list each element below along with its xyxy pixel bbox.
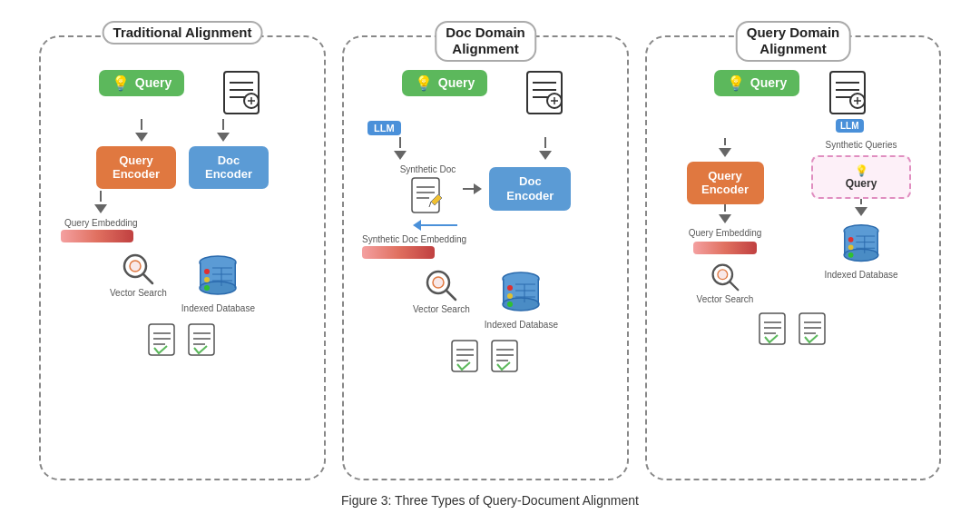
panel-query-domain: Query DomainAlignment 💡 Query — [645, 35, 941, 480]
query-domain-content: 💡 Query LLM — [660, 61, 926, 348]
doc-domain-llm-badge: LLM — [368, 121, 401, 135]
indexed-db-icon-traditional — [194, 252, 241, 302]
traditional-doc-encoder: Doc Encoder — [189, 146, 269, 189]
result-doc-1-traditional — [147, 322, 178, 359]
vector-search-icon-qd — [710, 262, 740, 292]
svg-rect-14 — [235, 262, 237, 288]
doc-domain-embed-label: Synthetic Doc Embedding — [362, 234, 614, 244]
qd-vector-label: Vector Search — [697, 294, 754, 304]
panel-query-domain-title: Query DomainAlignment — [736, 21, 851, 63]
result-doc-2-traditional — [187, 322, 218, 359]
svg-point-53 — [507, 302, 513, 307]
svg-point-52 — [507, 293, 513, 299]
traditional-db-label: Indexed Database — [181, 303, 255, 313]
query-domain-llm-badge: LLM — [836, 119, 864, 133]
traditional-vector-label: Vector Search — [110, 288, 167, 298]
svg-point-8 — [130, 261, 141, 272]
svg-point-51 — [507, 285, 513, 291]
svg-rect-13 — [200, 262, 201, 288]
svg-line-9 — [143, 274, 152, 283]
doc-domain-db-label: Indexed Database — [485, 320, 558, 330]
panel-traditional-title: Traditional Alignment — [103, 21, 263, 45]
doc-domain-query-label: Query — [438, 75, 475, 90]
svg-point-74 — [718, 270, 728, 280]
dd-arrow-left-embed — [413, 220, 421, 231]
doc-domain-query-box: 💡 Query — [402, 70, 487, 96]
doc-icon-doc-domain — [524, 70, 569, 117]
main-container: Traditional Alignment 💡 Query — [0, 17, 980, 489]
query-domain-query-encoder: Query Encoder — [687, 162, 764, 204]
svg-line-75 — [730, 282, 738, 290]
svg-point-15 — [204, 269, 210, 274]
svg-rect-79 — [844, 231, 845, 254]
svg-rect-50 — [538, 279, 540, 304]
doc-domain-content: 💡 Query — [357, 61, 614, 375]
qd-db-label: Indexed Database — [824, 270, 897, 280]
dd-arrow-doc-2 — [539, 151, 552, 160]
traditional-query-box: 💡 Query — [99, 70, 184, 96]
dd-arrow-1 — [399, 137, 401, 148]
doc-domain-result-docs — [450, 339, 521, 375]
arrow-qenc-down-1 — [100, 191, 102, 202]
result-doc-2-qd — [798, 311, 828, 348]
arrow-query-down-1 — [141, 119, 142, 130]
svg-point-81 — [848, 236, 854, 242]
traditional-query-encoder: Query Encoder — [96, 146, 176, 189]
qd-arrow-4 — [719, 214, 731, 223]
arrow-doc-down-2 — [217, 133, 230, 142]
traditional-qembed-label: Query Embedding — [64, 218, 311, 228]
panel-traditional: Traditional Alignment 💡 Query — [39, 35, 326, 480]
vector-search-icon-traditional — [121, 252, 155, 286]
synthetic-doc-icon — [409, 176, 446, 216]
qd-arrow-3 — [724, 204, 726, 212]
svg-point-16 — [204, 277, 210, 282]
doc-domain-embedding-bar — [362, 246, 435, 259]
doc-domain-doc-encoder: Doc Encoder — [489, 167, 571, 210]
dd-arrow-doc-1 — [544, 137, 546, 148]
dd-arrow-right — [474, 183, 482, 194]
svg-line-45 — [446, 291, 456, 300]
result-doc-1-qd — [758, 311, 789, 348]
qd-arrow-1 — [724, 138, 726, 145]
doc-domain-vector-label: Vector Search — [413, 304, 470, 314]
indexed-db-icon-doc — [497, 268, 544, 318]
svg-rect-49 — [503, 279, 505, 304]
doc-icon-traditional — [220, 70, 266, 117]
doc-icon-query-domain — [827, 70, 872, 117]
synthetic-doc-label: Synthetic Doc — [400, 164, 456, 174]
svg-point-17 — [204, 285, 210, 291]
synthetic-queries-label: Synthetic Queries — [826, 140, 897, 150]
synthetic-bulb: 💡 — [855, 164, 868, 177]
traditional-content: 💡 Query — [54, 61, 311, 359]
qd-arrow-2 — [719, 148, 731, 157]
indexed-db-icon-qd — [838, 221, 885, 268]
result-doc-1-doc — [450, 339, 481, 375]
query-domain-query-box: 💡 Query — [714, 70, 799, 96]
svg-point-83 — [848, 252, 854, 257]
bulb-icon: 💡 — [112, 74, 130, 92]
qd-embed-label: Query Embedding — [689, 228, 762, 238]
query-domain-result-docs — [758, 311, 828, 348]
qd-embedding-bar — [693, 242, 757, 254]
panel-doc-domain: Doc DomainAlignment 💡 Query — [342, 35, 629, 480]
arrow-query-down-2 — [135, 133, 148, 142]
bulb-icon-2: 💡 — [415, 74, 433, 92]
svg-rect-80 — [877, 231, 877, 254]
result-doc-2-doc — [490, 339, 521, 375]
query-domain-query-label: Query — [750, 75, 787, 90]
arrow-qenc-down-2 — [94, 204, 107, 213]
synthetic-query-label-text: Query — [846, 177, 877, 190]
vector-search-icon-doc — [424, 268, 458, 302]
dd-arrow-2 — [394, 151, 407, 160]
panel-doc-domain-title: Doc DomainAlignment — [435, 21, 536, 63]
svg-rect-37 — [412, 178, 439, 213]
qd-synth-arrow-1 — [860, 199, 862, 204]
qd-synth-arrow-2 — [855, 207, 867, 216]
traditional-query-label: Query — [135, 75, 172, 90]
arrow-doc-down-1 — [222, 119, 224, 130]
svg-point-44 — [433, 277, 444, 288]
traditional-embedding-bar — [61, 230, 133, 242]
svg-point-82 — [848, 244, 854, 250]
figure-caption: Figure 3: Three Types of Query-Document … — [341, 493, 639, 508]
bulb-icon-3: 💡 — [727, 74, 745, 92]
